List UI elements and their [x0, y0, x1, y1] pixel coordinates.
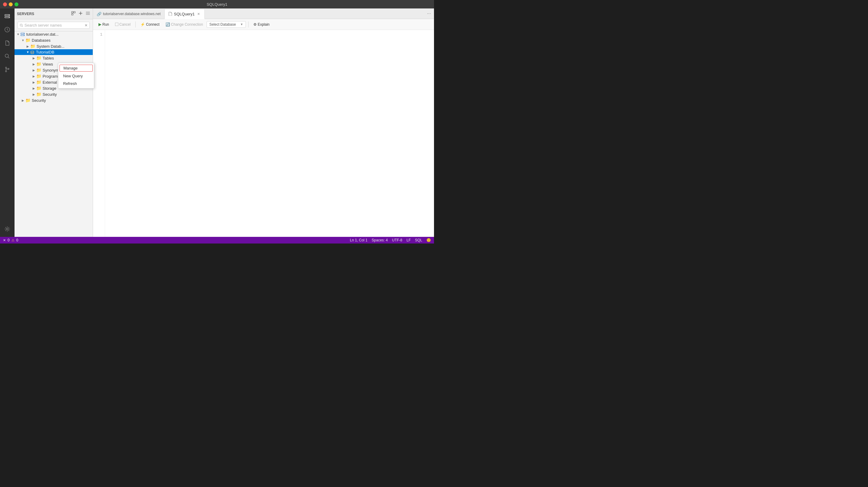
svg-point-7 [5, 71, 7, 72]
search-box-icon [20, 24, 23, 27]
warning-count: 0 [16, 238, 19, 242]
system-db-arrow: ▶ [25, 45, 30, 48]
sidebar-action-1[interactable] [71, 11, 76, 17]
security-tutorialdb-node[interactable]: ▶ 📁 Security [14, 91, 93, 97]
window-title: SQLQuery1 [207, 2, 227, 7]
warning-icon: ⚠ [11, 238, 14, 242]
tables-label: Tables [42, 56, 54, 60]
sidebar-action-2[interactable] [78, 11, 83, 17]
svg-point-6 [5, 67, 7, 68]
more-tabs-button[interactable]: ··· [424, 11, 434, 16]
views-icon: 📁 [36, 62, 41, 66]
editor-content[interactable] [105, 30, 434, 237]
explain-label: Explain [258, 22, 270, 27]
eol-label: LF [406, 238, 411, 242]
history-icon[interactable] [2, 24, 13, 35]
databases-arrow: ▼ [21, 39, 25, 42]
synonyms-arrow: ▶ [31, 68, 36, 72]
app-container: SERVERS [0, 8, 434, 237]
close-button[interactable] [3, 2, 7, 6]
search-input[interactable] [25, 23, 83, 28]
editor-area: 1 [93, 30, 434, 237]
search-area: ✕ [14, 19, 93, 31]
cancel-button[interactable]: Cancel [113, 22, 133, 28]
system-databases-node[interactable]: ▶ 📁 System Datab... [14, 43, 93, 49]
server-arrow: ▼ [16, 33, 21, 36]
svg-point-13 [20, 24, 22, 26]
query-tab-close[interactable]: ✕ [196, 12, 201, 16]
encoding-label: UTF-8 [392, 238, 402, 242]
search-box[interactable]: ✕ [18, 22, 90, 29]
security-server-icon: 📁 [25, 98, 31, 103]
line-number-1: 1 [93, 32, 102, 37]
run-icon: ▶ [98, 22, 101, 27]
status-left: ✕ 0 ⚠ 0 [3, 238, 18, 242]
tutorialdb-label: TutorialDB [36, 50, 54, 54]
sidebar: SERVERS [14, 8, 93, 237]
run-button[interactable]: ▶ Run [96, 21, 112, 28]
line-numbers: 1 [93, 30, 105, 237]
settings-icon[interactable] [2, 223, 13, 235]
toolbar-divider-2 [248, 22, 249, 28]
tab-bar: 🔗 tutorialserver.database.windows.net SQ… [93, 8, 434, 19]
maximize-button[interactable] [14, 2, 19, 6]
context-menu-refresh[interactable]: Refresh [58, 80, 94, 87]
connection-tab[interactable]: 🔗 tutorialserver.database.windows.net [93, 9, 164, 19]
tutorialdb-icon [30, 50, 34, 54]
git-icon[interactable] [2, 64, 13, 75]
databases-node[interactable]: ▼ 📁 Databases [14, 37, 93, 43]
error-icon: ✕ [3, 238, 6, 242]
minimize-button[interactable] [9, 2, 13, 6]
servers-icon[interactable] [2, 11, 13, 22]
views-label: Views [42, 62, 53, 66]
context-menu-new-query[interactable]: New Query [58, 72, 94, 80]
ln-col-label: Ln 1, Col 1 [350, 238, 368, 242]
external-resources-arrow: ▶ [31, 81, 36, 84]
spaces-label: Spaces: 4 [372, 238, 388, 242]
security-tutorialdb-arrow: ▶ [31, 93, 36, 96]
connection-tab-label: tutorialserver.database.windows.net [103, 12, 161, 16]
security-server-label: Security [32, 98, 46, 103]
svg-rect-11 [74, 11, 75, 13]
programmability-icon: 📁 [36, 74, 41, 79]
connect-label: Connect [146, 22, 159, 27]
search-clear-icon[interactable]: ✕ [85, 23, 88, 28]
sidebar-action-3[interactable] [86, 11, 90, 17]
server-node[interactable]: ▼ tutorialserver.dat... [14, 31, 93, 37]
status-right: Ln 1, Col 1 Spaces: 4 UTF-8 LF SQL 🙂 [350, 238, 431, 242]
change-connection-button[interactable]: 🔄 Change Connection [163, 22, 205, 28]
manage-label: Manage [63, 66, 78, 70]
svg-point-18 [31, 51, 34, 52]
query-tab[interactable]: SQLQuery1 ✕ [164, 9, 205, 19]
security-server-node[interactable]: ▶ 📁 Security [14, 97, 93, 103]
tables-node[interactable]: ▶ 📁 Tables [14, 55, 93, 61]
svg-point-9 [6, 228, 8, 230]
run-label: Run [102, 22, 109, 27]
svg-point-16 [24, 33, 24, 34]
chevron-down-icon: ▼ [240, 23, 243, 26]
sidebar-title: SERVERS [17, 12, 68, 16]
activity-bar [0, 8, 14, 237]
tutorialdb-arrow: ▼ [25, 51, 30, 54]
security-tutorialdb-icon: 📁 [36, 92, 41, 97]
new-file-icon[interactable] [2, 37, 13, 48]
context-menu: Manage New Query Refresh [58, 63, 94, 89]
database-selector[interactable]: Select Database ▼ [207, 21, 246, 28]
tutorialdb-node[interactable]: ▼ TutorialDB [14, 49, 93, 55]
tables-arrow: ▶ [31, 57, 36, 60]
change-connection-label: Change Connection [171, 22, 203, 27]
security-server-arrow: ▶ [21, 99, 25, 102]
connect-button[interactable]: ⚡ Connect [138, 22, 162, 28]
external-resources-icon: 📁 [36, 80, 41, 85]
tree-container: ▼ tutorialserver.dat... ▼ 📁 Databases ▶ … [14, 31, 93, 237]
new-query-label: New Query [63, 74, 83, 78]
context-menu-manage[interactable]: Manage [60, 65, 93, 71]
system-db-label: System Datab... [36, 44, 64, 49]
server-label: tutorialserver.dat... [26, 32, 59, 36]
svg-point-17 [24, 35, 24, 35]
title-bar: SQLQuery1 [0, 0, 434, 8]
storage-icon: 📁 [36, 86, 41, 91]
search-icon[interactable] [2, 51, 13, 62]
explain-button[interactable]: ⚙ Explain [251, 22, 272, 28]
cancel-label: Cancel [119, 22, 130, 27]
